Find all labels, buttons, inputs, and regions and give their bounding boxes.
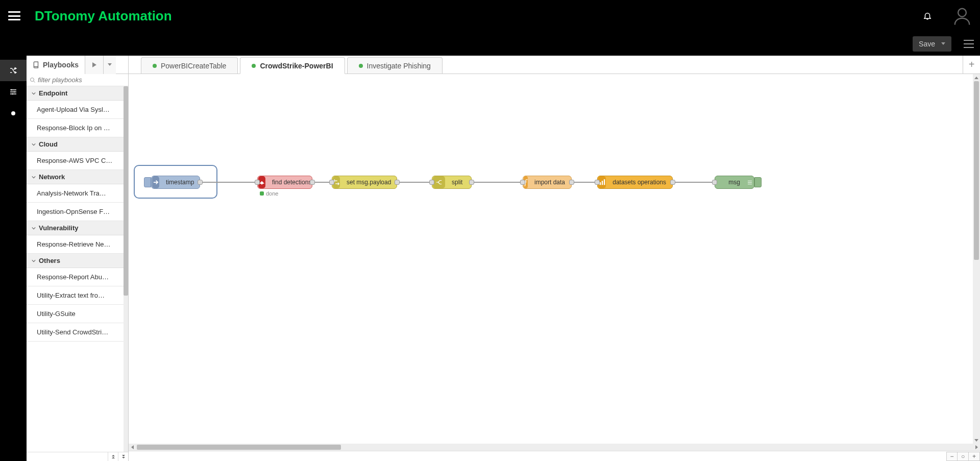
- tab-phishing[interactable]: Investigate Phishing: [347, 57, 443, 74]
- port-out[interactable]: [310, 180, 315, 185]
- chevron-down-icon: [32, 226, 36, 230]
- playbook-item[interactable]: Analysis-Network Tra…: [27, 184, 124, 203]
- canvas[interactable]: timestamp find detections done: [129, 74, 980, 444]
- scroll-left-button[interactable]: [129, 444, 136, 451]
- svg-point-0: [958, 9, 966, 17]
- playbook-item[interactable]: Response-AWS VPC C…: [27, 152, 124, 170]
- node-set-payload[interactable]: set msg.payload: [332, 176, 397, 189]
- settings-menu-button[interactable]: [964, 40, 974, 48]
- node-timestamp[interactable]: timestamp: [151, 176, 200, 189]
- scroll-up-button[interactable]: [973, 74, 980, 81]
- rail-help[interactable]: [0, 103, 27, 124]
- shuffle-icon: [9, 66, 17, 75]
- inject-button[interactable]: [144, 177, 151, 187]
- scroll-thumb[interactable]: [137, 445, 341, 450]
- wire: [571, 182, 595, 183]
- port-out[interactable]: [569, 180, 574, 185]
- port-in[interactable]: [255, 180, 260, 185]
- node-label: split: [446, 179, 469, 186]
- port-out[interactable]: [670, 180, 675, 185]
- node-label: msg: [715, 179, 746, 186]
- category-others[interactable]: Others: [27, 254, 124, 268]
- sidebar: Playbooks Endpoint Agent-Upload Via Sysl…: [27, 56, 129, 461]
- port-out[interactable]: [395, 180, 400, 185]
- expand-all-button[interactable]: [118, 452, 128, 461]
- wire: [672, 182, 713, 183]
- port-in[interactable]: [429, 180, 434, 185]
- canvas-hscrollbar[interactable]: [129, 444, 980, 451]
- save-button[interactable]: Save: [913, 36, 951, 52]
- toolbar: Save: [0, 32, 980, 56]
- node-debug-msg[interactable]: msg: [715, 176, 754, 189]
- sidebar-run-dropdown[interactable]: [104, 56, 116, 74]
- zoom-controls: − ○ +: [129, 451, 980, 461]
- chevron-down-icon: [32, 259, 36, 263]
- svg-rect-3: [601, 181, 602, 185]
- debug-icon: [746, 176, 753, 188]
- playbook-item[interactable]: Response-Report Abu…: [27, 268, 124, 286]
- tab-crowdstrike[interactable]: CrowdStrike-PowerBI: [240, 57, 345, 74]
- playbook-item[interactable]: Agent-Upload Via Sysl…: [27, 101, 124, 119]
- node-import-data[interactable]: ƒ import data: [523, 176, 572, 189]
- zoom-out-button[interactable]: −: [946, 452, 958, 461]
- debug-toggle[interactable]: [754, 177, 762, 187]
- port-in[interactable]: [329, 180, 334, 185]
- playbook-item[interactable]: Utility-Send CrowdStri…: [27, 323, 124, 342]
- icon-rail: [0, 56, 27, 461]
- zoom-reset-button[interactable]: ○: [958, 452, 969, 461]
- wire: [200, 182, 256, 183]
- port-in[interactable]: [712, 180, 717, 185]
- playbook-item[interactable]: Ingestion-OpnSense F…: [27, 203, 124, 221]
- main: Playbooks Endpoint Agent-Upload Via Sysl…: [0, 56, 980, 461]
- status-dot: [359, 64, 363, 68]
- bell-icon[interactable]: [923, 11, 932, 21]
- node-datasets-ops[interactable]: datasets operations: [597, 176, 673, 189]
- node-split[interactable]: split: [432, 176, 472, 189]
- scroll-thumb[interactable]: [124, 86, 128, 296]
- canvas-area: PowerBICreateTable CrowdStrike-PowerBI I…: [129, 56, 980, 461]
- sliders-icon: [9, 88, 17, 96]
- port-in[interactable]: [520, 180, 525, 185]
- sidebar-run-button[interactable]: [85, 56, 104, 74]
- top-bar: DTonomy Automation: [0, 0, 980, 32]
- scroll-down-button[interactable]: [973, 436, 980, 444]
- playbook-item[interactable]: Response-Block Ip on …: [27, 119, 124, 137]
- search-input[interactable]: [38, 76, 125, 84]
- category-vulnerability[interactable]: Vulnerability: [27, 221, 124, 235]
- caret-down-icon: [941, 42, 945, 45]
- category-network[interactable]: Network: [27, 170, 124, 184]
- chevron-down-icon: [32, 142, 36, 147]
- port-in[interactable]: [595, 180, 600, 185]
- zoom-in-button[interactable]: +: [969, 452, 980, 461]
- playbook-item[interactable]: Utility-Extract text fro…: [27, 286, 124, 305]
- sidebar-title: Playbooks: [43, 61, 79, 69]
- avatar-icon[interactable]: [952, 6, 972, 26]
- caret-down-icon: [108, 63, 112, 66]
- scroll-thumb[interactable]: [974, 81, 979, 260]
- canvas-vscrollbar[interactable]: [973, 74, 980, 444]
- collapse-all-button[interactable]: [108, 452, 118, 461]
- brand-title: DTonomy Automation: [35, 8, 172, 24]
- port-out[interactable]: [198, 180, 203, 185]
- add-tab-button[interactable]: +: [963, 56, 980, 74]
- tab-powerbi-create[interactable]: PowerBICreateTable: [141, 57, 238, 74]
- category-endpoint[interactable]: Endpoint: [27, 86, 124, 101]
- node-label: set msg.payload: [340, 179, 397, 186]
- rail-sliders[interactable]: [0, 81, 27, 103]
- status-dot: [252, 64, 256, 68]
- node-find-detections[interactable]: find detections done: [257, 176, 312, 189]
- sidebar-scrollbar[interactable]: [124, 86, 128, 452]
- node-label: datasets operations: [606, 179, 672, 186]
- playbook-item[interactable]: Response-Retrieve Ne…: [27, 235, 124, 254]
- scroll-right-button[interactable]: [973, 444, 980, 451]
- category-cloud[interactable]: Cloud: [27, 137, 124, 152]
- playbook-item[interactable]: Utility-GSuite: [27, 305, 124, 323]
- node-label: import data: [528, 179, 571, 186]
- sidebar-tab-playbooks[interactable]: Playbooks: [27, 56, 85, 74]
- svg-rect-4: [604, 179, 605, 185]
- port-out[interactable]: [469, 180, 474, 185]
- chevron-down-icon: [32, 175, 36, 179]
- rail-shuffle[interactable]: [0, 60, 27, 81]
- menu-button[interactable]: [8, 11, 20, 20]
- svg-point-1: [31, 78, 34, 81]
